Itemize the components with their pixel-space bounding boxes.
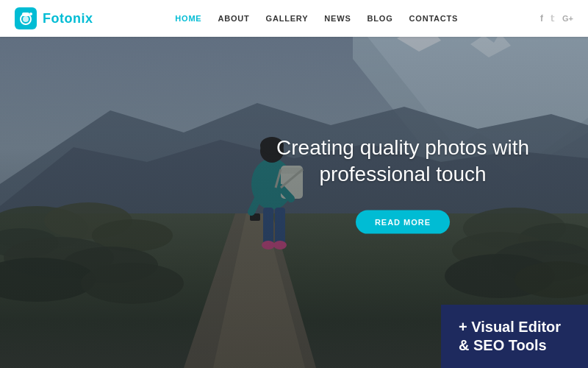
nav-item-gallery[interactable]: GALLERY [266, 14, 309, 23]
brand-name: Fotonix [43, 11, 93, 26]
googleplus-icon[interactable]: G+ [562, 14, 573, 23]
promo-text: + Visual Editor & SEO Tools [459, 318, 570, 355]
hero-content: Creating quality photos with professiona… [276, 135, 529, 234]
header: Fotonix HOME ABOUT GALLERY NEWS BLOG CON… [0, 0, 588, 37]
logo-area[interactable]: Fotonix [15, 7, 93, 29]
nav-item-blog[interactable]: BLOG [368, 14, 393, 23]
facebook-icon[interactable]: f [540, 13, 543, 24]
main-nav: HOME ABOUT GALLERY NEWS BLOG CONTACTS [175, 14, 458, 23]
twitter-icon[interactable]: 𝕥 [551, 13, 555, 24]
svg-rect-42 [22, 13, 29, 16]
svg-point-41 [23, 16, 29, 22]
promo-badge: + Visual Editor & SEO Tools [441, 305, 588, 368]
logo-icon [15, 7, 37, 29]
svg-point-43 [29, 13, 32, 15]
nav-item-home[interactable]: HOME [175, 14, 201, 23]
nav-item-news[interactable]: NEWS [324, 14, 351, 23]
read-more-button[interactable]: READ MORE [356, 210, 450, 233]
nav-item-contacts[interactable]: CONTACTS [409, 14, 459, 23]
social-icons: f 𝕥 G+ [540, 13, 573, 24]
hero-title: Creating quality photos with professiona… [276, 135, 529, 188]
nav-item-about[interactable]: ABOUT [218, 14, 249, 23]
